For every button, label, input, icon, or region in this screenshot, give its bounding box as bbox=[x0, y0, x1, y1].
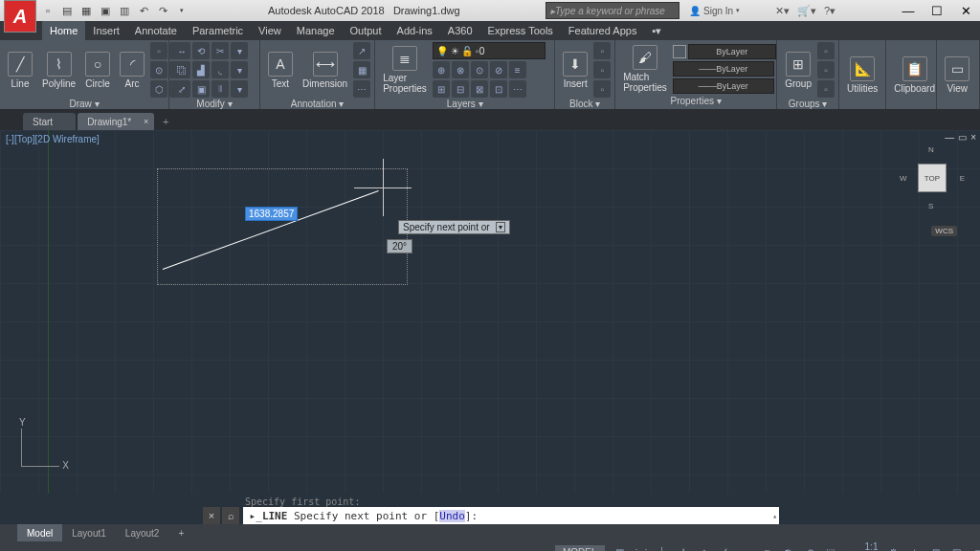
blk-1[interactable]: ▫ bbox=[593, 42, 611, 59]
sb-anno-icon[interactable]: ⟐ bbox=[844, 544, 859, 551]
grp-3[interactable]: ▫ bbox=[817, 80, 835, 98]
rotate-icon[interactable]: ⟲ bbox=[192, 42, 210, 59]
panel-draw-label[interactable]: Draw ▾ bbox=[4, 98, 165, 110]
sb-dyn-icon[interactable]: ▭ bbox=[739, 544, 754, 551]
sb-3d-icon[interactable]: ⬚ bbox=[823, 544, 838, 551]
sb-cycle-icon[interactable]: ⟲ bbox=[802, 544, 817, 551]
sb-polar-icon[interactable]: ✛ bbox=[676, 544, 691, 551]
exchange-icon[interactable]: ✕▾ bbox=[775, 5, 790, 17]
sb-clean-icon[interactable]: ▣ bbox=[949, 544, 965, 551]
sb-plus-icon[interactable]: + bbox=[907, 544, 923, 551]
help-search-input[interactable]: ▸ Type a keyword or phrase bbox=[546, 2, 679, 19]
layer-s3[interactable]: ⊙ bbox=[471, 61, 488, 78]
copy-icon[interactable]: ⿻ bbox=[173, 61, 190, 78]
cmd-handle-icon[interactable]: ⌕ bbox=[222, 507, 239, 524]
vp-max-icon[interactable]: ▭ bbox=[958, 132, 967, 143]
tab-model[interactable]: Model bbox=[17, 524, 62, 541]
mod-8[interactable]: ▾ bbox=[231, 61, 248, 78]
doc-tab-start[interactable]: Start bbox=[23, 113, 76, 130]
maximize-button[interactable]: ☐ bbox=[923, 0, 951, 21]
layer-s10[interactable]: ⋯ bbox=[509, 80, 526, 98]
help-icon[interactable]: ?▾ bbox=[824, 5, 835, 17]
close-button[interactable]: ✕ bbox=[951, 0, 980, 21]
qat-plot-icon[interactable]: ▥ bbox=[117, 3, 132, 18]
tab-insert[interactable]: Insert bbox=[85, 21, 127, 40]
status-model-badge[interactable]: MODEL bbox=[555, 545, 605, 552]
cmd-expand-icon[interactable]: ▴ bbox=[772, 512, 777, 520]
text-button[interactable]: AText bbox=[264, 50, 297, 91]
layer-s8[interactable]: ⊠ bbox=[471, 80, 488, 98]
dimension-button[interactable]: ⟷Dimension bbox=[299, 50, 351, 91]
color-bylayer[interactable]: ByLayer bbox=[688, 44, 776, 59]
cmd-close-icon[interactable]: × bbox=[203, 507, 220, 524]
layer-s9[interactable]: ⊡ bbox=[490, 80, 507, 98]
doc-tab-drawing1[interactable]: Drawing1*× bbox=[78, 113, 154, 130]
dir-w[interactable]: W bbox=[900, 174, 907, 183]
polyline-button[interactable]: ⌇Polyline bbox=[38, 50, 79, 91]
panel-annotation-label[interactable]: Annotation ▾ bbox=[264, 98, 370, 110]
layer-s6[interactable]: ⊞ bbox=[433, 80, 450, 98]
lineweight-bylayer[interactable]: —— ByLayer bbox=[673, 61, 774, 77]
mirror-icon[interactable]: ▟ bbox=[192, 61, 210, 78]
tab-home[interactable]: Home bbox=[42, 21, 85, 40]
tab-a360[interactable]: A360 bbox=[440, 21, 480, 40]
qat-open-icon[interactable]: ▤ bbox=[59, 3, 75, 18]
sb-custom-icon[interactable]: ≡ bbox=[970, 544, 980, 551]
layer-s2[interactable]: ⊗ bbox=[452, 61, 469, 78]
utilities-button[interactable]: 📐Utilities bbox=[843, 55, 881, 96]
dir-s[interactable]: S bbox=[928, 202, 933, 210]
color-swatch[interactable] bbox=[673, 45, 686, 58]
sb-iso-icon[interactable]: ⊞ bbox=[928, 544, 944, 551]
trim-icon[interactable]: ✂ bbox=[212, 42, 229, 59]
tab-featured[interactable]: Featured Apps bbox=[561, 21, 645, 40]
minimize-button[interactable]: — bbox=[894, 0, 923, 21]
match-properties-button[interactable]: 🖌Match Properties bbox=[619, 43, 671, 95]
panel-layers-label[interactable]: Layers ▾ bbox=[379, 98, 550, 110]
dynamic-angle-input[interactable]: 20° bbox=[387, 239, 412, 253]
mod-4[interactable]: ▾ bbox=[231, 42, 248, 59]
circle-button[interactable]: ○Circle bbox=[81, 50, 114, 91]
panel-groups-label[interactable]: Groups ▾ bbox=[781, 98, 835, 110]
layer-s4[interactable]: ⊘ bbox=[490, 61, 507, 78]
leader-icon[interactable]: ↗ bbox=[353, 42, 370, 59]
linetype-bylayer[interactable]: ─── ByLayer bbox=[673, 78, 774, 94]
array-icon[interactable]: ⫴ bbox=[212, 80, 229, 98]
sb-grid-icon[interactable]: ▦ bbox=[612, 544, 628, 551]
view-button[interactable]: ▭View bbox=[941, 55, 973, 96]
vp-close-icon[interactable]: × bbox=[970, 132, 976, 143]
scale-icon[interactable]: ▣ bbox=[192, 80, 210, 98]
anno-3[interactable]: ⋯ bbox=[353, 80, 370, 98]
qat-new-icon[interactable]: ▫ bbox=[40, 3, 56, 18]
move-icon[interactable]: ↔ bbox=[173, 42, 190, 59]
viewcube[interactable]: TOP N E S W bbox=[902, 147, 963, 209]
tab-output[interactable]: Output bbox=[343, 21, 390, 40]
command-line-input[interactable]: ▸_ LINE Specify next point or [Undo]: ▴ bbox=[243, 507, 779, 524]
draw-small-1[interactable]: ▫ bbox=[150, 42, 167, 59]
tab-extra-icon[interactable]: ▪▾ bbox=[644, 21, 669, 40]
tab-layout2[interactable]: Layout2 bbox=[116, 524, 169, 541]
tab-addins[interactable]: Add-ins bbox=[390, 21, 440, 40]
sb-track-icon[interactable]: ∠ bbox=[718, 544, 733, 551]
sb-ortho-icon[interactable]: └ bbox=[655, 544, 670, 551]
table-icon[interactable]: ▦ bbox=[353, 61, 370, 78]
close-tab-icon[interactable]: × bbox=[144, 117, 148, 126]
viewcube-face[interactable]: TOP bbox=[918, 164, 947, 192]
drawing-viewport[interactable]: [-][Top][2D Wireframe] — ▭ × 1638.2857 S… bbox=[0, 130, 980, 494]
qat-save-icon[interactable]: ▦ bbox=[78, 3, 94, 18]
wcs-badge[interactable]: WCS bbox=[931, 226, 957, 236]
sb-gear-icon[interactable]: ⚙ bbox=[886, 544, 902, 551]
add-layout-button[interactable]: + bbox=[168, 524, 193, 541]
dir-e[interactable]: E bbox=[960, 174, 965, 183]
mod-12[interactable]: ▾ bbox=[231, 80, 248, 98]
sb-snap-icon[interactable]: ⋮⋮ bbox=[634, 544, 649, 551]
qat-undo-icon[interactable]: ↶ bbox=[136, 3, 151, 18]
tab-annotate[interactable]: Annotate bbox=[127, 21, 185, 40]
layer-properties-button[interactable]: ≣Layer Properties bbox=[379, 44, 431, 96]
dir-n[interactable]: N bbox=[928, 145, 934, 154]
vp-min-icon[interactable]: — bbox=[945, 132, 954, 143]
fillet-icon[interactable]: ◟ bbox=[212, 61, 229, 78]
app-store-icon[interactable]: 🛒▾ bbox=[797, 5, 816, 17]
grp-1[interactable]: ▫ bbox=[817, 42, 835, 59]
tab-manage[interactable]: Manage bbox=[289, 21, 343, 40]
add-tab-button[interactable]: + bbox=[156, 113, 175, 130]
